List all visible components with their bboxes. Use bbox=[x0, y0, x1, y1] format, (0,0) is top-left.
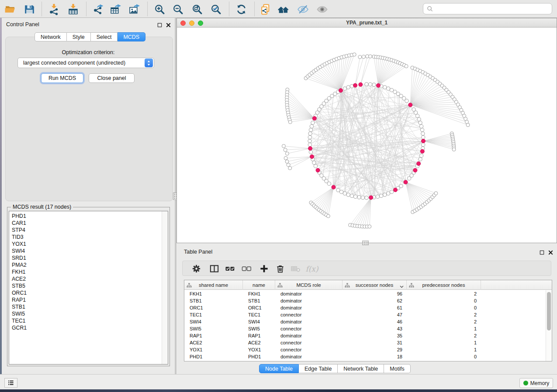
column-header-predecessor-nodes[interactable]: predecessor nodes bbox=[407, 280, 481, 290]
mcds-result-title: MCDS result (17 nodes) bbox=[11, 204, 73, 210]
column-header-MCDS-role[interactable]: MCDS role bbox=[275, 280, 343, 290]
float-table-panel-icon[interactable] bbox=[539, 249, 545, 255]
close-table-panel-icon[interactable] bbox=[547, 249, 554, 255]
save-session-icon[interactable] bbox=[23, 3, 36, 16]
tab-network[interactable]: Network bbox=[35, 32, 67, 41]
criterion-dropdown[interactable]: largest connected component (undirected) bbox=[17, 58, 154, 68]
first-neighbors-icon[interactable] bbox=[277, 3, 290, 16]
add-column-icon[interactable] bbox=[258, 263, 270, 274]
hide-selected-icon[interactable] bbox=[296, 3, 309, 16]
memory-status-icon bbox=[523, 381, 528, 385]
search-input[interactable] bbox=[433, 4, 552, 13]
cell-predecessor-nodes: 2 bbox=[407, 290, 481, 297]
attribute-tree-icon bbox=[277, 283, 283, 289]
mcds-result-node[interactable]: STB1 bbox=[9, 303, 161, 310]
table-row[interactable]: RAP1RAP1dominator352 bbox=[184, 332, 545, 339]
mcds-result-node[interactable]: SWI4 bbox=[9, 248, 161, 254]
cell-shared-name: PHD1 bbox=[184, 353, 243, 360]
cell-MCDS-role: dominator bbox=[275, 318, 343, 325]
network-graph bbox=[177, 28, 557, 243]
column-header-name[interactable]: name bbox=[243, 280, 275, 290]
run-mcds-button[interactable]: Run MCDS bbox=[41, 73, 83, 83]
deselect-all-columns-icon[interactable] bbox=[241, 263, 252, 274]
export-image-icon[interactable] bbox=[128, 3, 141, 16]
table-panel: Table Panel bbox=[176, 247, 557, 374]
tab-network-table[interactable]: Network Table bbox=[338, 364, 384, 373]
memory-button[interactable]: Memory bbox=[519, 378, 553, 388]
cell-successor-nodes: 35 bbox=[343, 332, 407, 339]
mcds-result-node[interactable]: ACE2 bbox=[9, 275, 161, 282]
clone-network-icon[interactable] bbox=[259, 3, 272, 16]
tab-node-table[interactable]: Node Table bbox=[259, 364, 299, 373]
close-panel-button[interactable]: Close panel bbox=[89, 73, 135, 83]
table-row[interactable]: ACE2ACE2connector311 bbox=[184, 339, 545, 346]
select-all-columns-icon[interactable] bbox=[224, 263, 235, 274]
mcds-result-node[interactable]: CAR1 bbox=[9, 220, 161, 227]
column-label: predecessor nodes bbox=[422, 282, 465, 288]
network-canvas[interactable] bbox=[177, 28, 557, 243]
function-builder-icon: f(x) bbox=[306, 263, 318, 274]
cell-predecessor-nodes: 2 bbox=[407, 311, 481, 318]
cell-shared-name: STB1 bbox=[184, 297, 243, 304]
mcds-result-node[interactable]: GCR1 bbox=[9, 324, 161, 331]
table-row[interactable]: FKH1FKH1dominator962 bbox=[184, 290, 545, 297]
mcds-result-node[interactable]: PHD1 bbox=[9, 213, 161, 220]
mcds-result-node[interactable]: SWI5 bbox=[9, 310, 161, 317]
table-scrollbar-thumb[interactable] bbox=[547, 292, 551, 330]
search-box bbox=[423, 3, 552, 14]
tab-style[interactable]: Style bbox=[67, 32, 91, 41]
horizontal-splitter-handle[interactable] bbox=[362, 241, 369, 245]
column-header-shared-name[interactable]: shared name bbox=[184, 280, 243, 290]
main-toolbar bbox=[0, 0, 557, 18]
zoom-fit-icon[interactable] bbox=[190, 3, 204, 16]
mcds-result-node[interactable]: SRD1 bbox=[9, 254, 161, 261]
memory-label: Memory bbox=[530, 380, 549, 386]
table-row[interactable]: SWI5SWI5connector431 bbox=[184, 325, 545, 332]
tab-mcds[interactable]: MCDS bbox=[118, 32, 145, 41]
table-row[interactable]: YOX1YOX1connector291 bbox=[184, 346, 545, 353]
mcds-result-node[interactable]: TEC1 bbox=[9, 317, 161, 324]
mcds-list-scrollbar[interactable] bbox=[162, 211, 168, 364]
mcds-result-node[interactable]: ORC1 bbox=[9, 289, 161, 296]
tab-edge-table[interactable]: Edge Table bbox=[299, 364, 338, 373]
mcds-result-node[interactable]: PMA2 bbox=[9, 261, 161, 268]
network-window-titlebar[interactable]: YPA_prune.txt_1 bbox=[177, 18, 557, 28]
cell-name: RAP1 bbox=[243, 332, 275, 339]
float-window-icon[interactable] bbox=[156, 22, 163, 28]
table-row[interactable]: SWI4SWI4dominator462 bbox=[184, 318, 545, 325]
mcds-result-node[interactable]: FKH1 bbox=[9, 268, 161, 275]
split-panel-icon[interactable] bbox=[208, 263, 220, 274]
export-table-icon[interactable] bbox=[109, 3, 122, 16]
zoom-selected-icon[interactable] bbox=[209, 3, 222, 16]
refresh-view-icon[interactable] bbox=[235, 3, 248, 16]
mcds-result-node[interactable]: TID3 bbox=[9, 234, 161, 241]
import-network-icon[interactable] bbox=[47, 3, 60, 16]
table-row[interactable]: STB1STB1dominator620 bbox=[184, 297, 545, 304]
show-all-icon[interactable] bbox=[315, 3, 329, 16]
mcds-result-node[interactable]: STB5 bbox=[9, 282, 161, 289]
tab-select[interactable]: Select bbox=[91, 32, 118, 41]
cell-MCDS-role: dominator bbox=[275, 353, 343, 360]
close-panel-icon[interactable] bbox=[165, 22, 171, 28]
zoom-out-icon[interactable] bbox=[171, 3, 184, 16]
table-row[interactable]: TEC1TEC1connector472 bbox=[184, 311, 545, 318]
table-scrollbar[interactable] bbox=[546, 290, 552, 361]
cell-name: FKH1 bbox=[243, 290, 275, 297]
cell-successor-nodes: 61 bbox=[343, 304, 407, 311]
open-file-icon[interactable] bbox=[3, 3, 17, 16]
tab-motifs[interactable]: Motifs bbox=[384, 364, 410, 373]
toolbar-separator bbox=[147, 2, 148, 16]
task-history-button[interactable] bbox=[4, 378, 17, 388]
table-settings-icon[interactable] bbox=[190, 263, 202, 274]
delete-column-icon[interactable] bbox=[274, 263, 286, 274]
import-table-icon[interactable] bbox=[66, 3, 80, 16]
mcds-result-node[interactable]: RAP1 bbox=[9, 296, 161, 303]
cell-name: ORC1 bbox=[243, 304, 275, 311]
table-row[interactable]: PHD1PHD1dominator180 bbox=[184, 353, 545, 360]
zoom-in-icon[interactable] bbox=[153, 3, 166, 16]
mcds-result-node[interactable]: YOX1 bbox=[9, 241, 161, 248]
column-header-successor-nodes[interactable]: successor nodes bbox=[343, 280, 407, 290]
table-row[interactable]: ORC1ORC1dominator610 bbox=[184, 304, 545, 311]
export-network-icon[interactable] bbox=[92, 3, 105, 16]
mcds-result-node[interactable]: STP4 bbox=[9, 227, 161, 234]
